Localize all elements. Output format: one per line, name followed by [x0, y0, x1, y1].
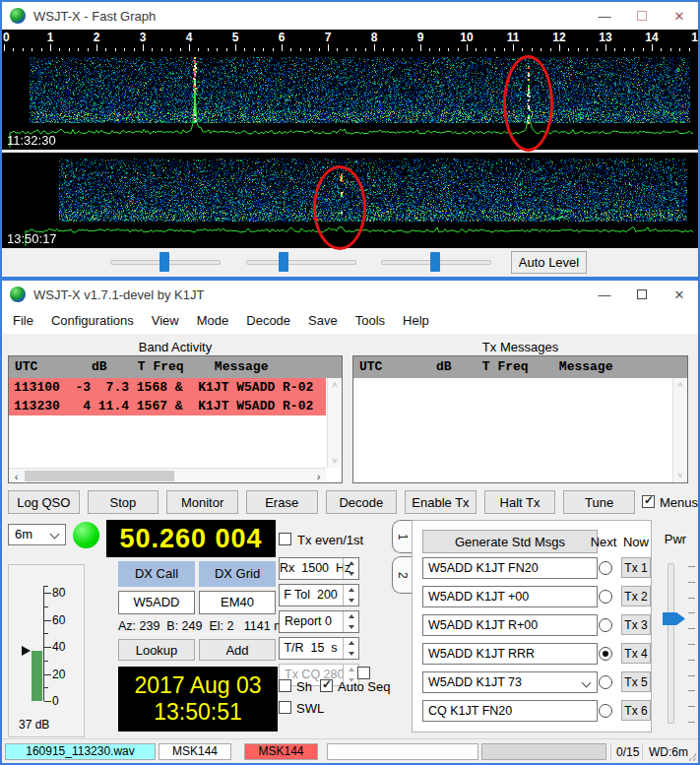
- menus-checkbox[interactable]: [642, 495, 655, 508]
- next-radio-2[interactable]: [599, 590, 612, 604]
- ruler-minor-tick: [578, 48, 579, 51]
- menu-file[interactable]: File: [4, 308, 42, 334]
- log-qso-button[interactable]: Log QSO: [8, 490, 80, 514]
- waterfall-timestamp-2: 13:50:17: [7, 231, 57, 246]
- generate-std-msgs-button[interactable]: Generate Std Msgs: [422, 530, 598, 553]
- band-select-dropdown[interactable]: 6m: [8, 524, 66, 545]
- close-icon[interactable]: ✕: [661, 281, 698, 308]
- tx-5-button[interactable]: Tx 5: [621, 671, 651, 692]
- scroll-left-icon[interactable]: ‹: [9, 469, 24, 483]
- next-radio-5[interactable]: [599, 675, 612, 689]
- menu-view[interactable]: View: [143, 308, 188, 334]
- tx-2-button[interactable]: Tx 2: [621, 586, 651, 606]
- menu-decode[interactable]: Decode: [237, 308, 299, 334]
- spin-down-icon[interactable]: [344, 569, 358, 580]
- ruler-label: 10: [460, 31, 473, 44]
- tune-button[interactable]: Tune: [563, 490, 635, 514]
- next-radio-1[interactable]: [599, 561, 612, 575]
- spin-down-icon[interactable]: [344, 622, 358, 633]
- lookup-button[interactable]: Lookup: [118, 639, 195, 661]
- erase-button[interactable]: Erase: [246, 490, 318, 514]
- spin-up-icon[interactable]: [344, 558, 358, 569]
- spin-buttons[interactable]: [343, 558, 358, 579]
- menu-tools[interactable]: Tools: [347, 308, 394, 334]
- tx-4-button[interactable]: Tx 4: [621, 643, 651, 664]
- auto-seq-checkbox[interactable]: [320, 679, 333, 692]
- spin-down-icon[interactable]: [344, 649, 358, 660]
- main-titlebar[interactable]: WSJT-X v1.7.1-devel by K1JT — ✕: [2, 281, 698, 308]
- decode-row[interactable]: 113230 4 11.4 1567 & K1JT W5ADD R-02: [9, 397, 326, 415]
- tx-message-field-2[interactable]: W5ADD K1JT +00: [422, 586, 598, 607]
- tx-even-checkbox[interactable]: [279, 533, 291, 545]
- enable-tx-button[interactable]: Enable Tx: [405, 490, 477, 514]
- band-activity-vscrollbar[interactable]: ˄˅: [327, 378, 342, 468]
- pwr-slider-track[interactable]: [668, 563, 674, 724]
- tab-1[interactable]: 1: [392, 520, 413, 553]
- tx-1-button[interactable]: Tx 1: [621, 557, 651, 578]
- tx-message-field-1[interactable]: W5ADD K1JT FN20: [422, 557, 598, 579]
- spinner-report[interactable]: Report 0: [279, 610, 359, 633]
- meter-value-label: 37 dB: [19, 718, 49, 732]
- menu-help[interactable]: Help: [394, 308, 438, 334]
- spin-up-icon[interactable]: [344, 585, 358, 596]
- spinner-tr[interactable]: T/R 15 s: [279, 637, 359, 660]
- maximize-icon[interactable]: [623, 2, 661, 30]
- tx-3-button[interactable]: Tx 3: [621, 614, 651, 635]
- ruler-minor-tick: [439, 48, 440, 51]
- band-activity-hscrollbar[interactable]: ‹ ›: [9, 468, 326, 482]
- gain-slider-3-handle[interactable]: [430, 252, 440, 272]
- meter-scale-spine: [43, 586, 44, 701]
- sh-checkbox[interactable]: [279, 679, 291, 692]
- tab-2[interactable]: 2: [392, 556, 413, 594]
- spin-up-icon[interactable]: [344, 665, 358, 675]
- maximize-icon[interactable]: [623, 281, 661, 308]
- pwr-tick: [688, 690, 695, 691]
- minimize-icon[interactable]: —: [586, 2, 623, 30]
- auto-level-button[interactable]: Auto Level: [511, 251, 587, 274]
- menu-mode[interactable]: Mode: [188, 308, 238, 334]
- swl-checkbox[interactable]: [279, 701, 291, 714]
- gain-slider-2-track[interactable]: [246, 260, 356, 265]
- minimize-icon[interactable]: —: [586, 281, 623, 308]
- tx-message-field-4[interactable]: W5ADD K1JT RRR: [422, 643, 598, 665]
- tx-message-field-3[interactable]: W5ADD K1JT R+00: [422, 614, 598, 636]
- next-radio-3[interactable]: [599, 618, 612, 632]
- pwr-slider-handle[interactable]: [663, 612, 685, 625]
- decode-button[interactable]: Decode: [326, 490, 398, 514]
- spin-buttons[interactable]: [343, 585, 358, 606]
- scroll-right-icon[interactable]: ›: [311, 469, 326, 483]
- ruler-minor-tick: [170, 48, 171, 51]
- auto-seq-label: Auto Seq: [338, 679, 391, 694]
- menu-configurations[interactable]: Configurations: [42, 308, 143, 334]
- spinner-f[interactable]: F Tol 200: [279, 584, 359, 606]
- resize-grip[interactable]: [686, 751, 696, 761]
- monitor-button[interactable]: Monitor: [166, 490, 238, 514]
- spinner-rx[interactable]: Rx 1500 Hz: [279, 557, 359, 580]
- dx-grid-field[interactable]: EM40: [199, 591, 276, 614]
- fast-graph-titlebar[interactable]: WSJT-X - Fast Graph — ✕: [2, 2, 698, 30]
- next-radio-6[interactable]: [599, 704, 612, 718]
- decode-row[interactable]: 113100 -3 7.3 1568 & K1JT W5ADD R-02: [9, 378, 326, 397]
- spin-buttons[interactable]: [343, 638, 358, 659]
- tx-cq-checkbox[interactable]: [357, 667, 370, 679]
- add-button[interactable]: Add: [199, 639, 276, 661]
- stop-button[interactable]: Stop: [88, 490, 159, 514]
- spin-up-icon[interactable]: [344, 638, 358, 649]
- close-icon[interactable]: ✕: [661, 2, 698, 30]
- signal-meter: 37 dB 020406080: [8, 564, 85, 737]
- hscroll-thumb[interactable]: [25, 471, 174, 481]
- tx-message-field-6[interactable]: CQ K1JT FN20: [422, 700, 598, 722]
- tx-message-field-5[interactable]: W5ADD K1JT 73: [422, 671, 598, 693]
- halt-tx-button[interactable]: Halt Tx: [484, 490, 556, 514]
- menu-save[interactable]: Save: [299, 308, 347, 334]
- ruler-major-tick: [467, 44, 468, 51]
- dx-call-field[interactable]: W5ADD: [118, 591, 195, 614]
- spin-down-icon[interactable]: [344, 596, 358, 606]
- tx-messages-vscrollbar[interactable]: ˄˅: [672, 378, 687, 482]
- next-radio-4[interactable]: [599, 647, 612, 661]
- spin-buttons[interactable]: [343, 611, 358, 632]
- spin-up-icon[interactable]: [344, 611, 358, 622]
- gain-slider-2-handle[interactable]: [279, 252, 288, 272]
- tx-6-button[interactable]: Tx 6: [621, 700, 651, 721]
- gain-slider-1-handle[interactable]: [159, 252, 169, 272]
